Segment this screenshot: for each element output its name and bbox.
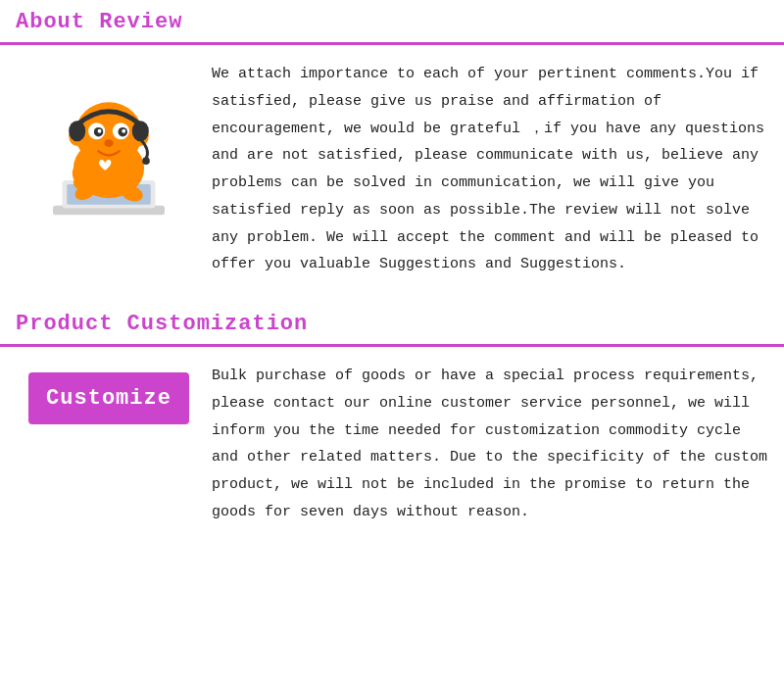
mascot-area <box>16 61 202 257</box>
page-container: About Review <box>0 0 784 546</box>
svg-point-7 <box>69 121 85 141</box>
svg-point-8 <box>132 121 149 141</box>
svg-point-15 <box>122 129 125 133</box>
customization-body-text: Bulk purchase of goods or have a special… <box>202 363 768 526</box>
product-customization-header: Product Customization <box>0 302 784 347</box>
product-customization-title: Product Customization <box>16 312 768 336</box>
customization-content: Customize Bulk purchase of goods or have… <box>0 347 784 546</box>
svg-point-14 <box>98 129 102 133</box>
svg-point-16 <box>104 139 114 147</box>
customize-badge-area: Customize <box>16 363 202 424</box>
about-review-content: We attach importance to each of your per… <box>0 45 784 298</box>
review-body-text: We attach importance to each of your per… <box>202 61 768 278</box>
about-review-header: About Review <box>0 0 784 45</box>
about-review-title: About Review <box>16 10 768 34</box>
mascot-icon <box>30 71 187 257</box>
customize-badge: Customize <box>28 372 189 424</box>
svg-point-9 <box>142 157 150 165</box>
